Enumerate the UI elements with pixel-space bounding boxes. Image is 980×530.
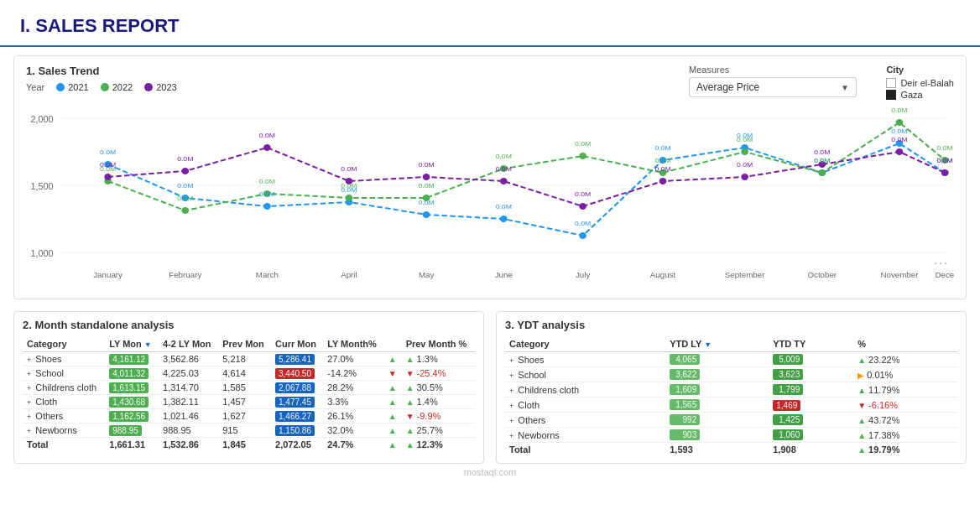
prev-mon-cell: 1,627 <box>218 409 271 423</box>
ytd-category-name: Newborns <box>518 430 560 440</box>
svg-text:February: February <box>169 271 201 279</box>
expand-icon[interactable]: + <box>509 402 513 410</box>
expand-icon[interactable]: + <box>509 387 513 395</box>
ytd-pct-cell: ▶ 0.01% <box>853 367 957 382</box>
table-row: + Others 992 1,425 ▲ 43.72% <box>505 413 957 428</box>
ytd-col-ly: YTD LY ▼ <box>665 336 769 352</box>
svg-text:0.0M: 0.0M <box>654 164 670 173</box>
category-name: Newborns <box>35 425 77 435</box>
arrow1-cell: ▲ <box>384 409 402 423</box>
arrow1-cell: ▲ <box>384 395 402 409</box>
ytd-ly-value: 1,565 <box>670 399 700 410</box>
ytd-ty-cell: 1,469 <box>769 398 853 413</box>
svg-text:1,000: 1,000 <box>30 249 53 258</box>
more-options-button[interactable]: ... <box>934 253 949 267</box>
svg-text:June: June <box>495 271 513 279</box>
ly-mon2-cell: 3,562.86 <box>159 352 218 366</box>
legend-2022: 2022 <box>101 82 133 92</box>
ytd-pct-cell: ▲ 23.22% <box>853 352 957 367</box>
prev-month-pct-cell: ▼ -25.4% <box>402 366 475 381</box>
svg-text:1,500: 1,500 <box>30 182 53 191</box>
expand-icon[interactable]: + <box>27 370 31 378</box>
ytd-ty-cell: 5,009 <box>769 352 853 367</box>
ytd-ty-value: 1,908 <box>773 444 796 455</box>
ytd-category-name: Shoes <box>518 355 544 365</box>
ly-month-pct-cell: 27.0% <box>323 352 383 366</box>
svg-point-20 <box>263 203 271 210</box>
svg-text:0.0M: 0.0M <box>937 143 953 152</box>
sales-trend-section: 1. Sales Trend Year 2021 2022 2023 Measu… <box>13 55 967 299</box>
year-label: Year <box>26 82 44 92</box>
expand-icon[interactable]: + <box>27 413 31 421</box>
expand-icon[interactable]: + <box>27 356 31 364</box>
prev-month-pct-value: 25.7% <box>417 425 443 435</box>
svg-text:November: November <box>880 271 918 279</box>
svg-text:0.0M: 0.0M <box>814 148 830 156</box>
table-row: + Childrens cloth 1,613.15 1,314.70 1,58… <box>23 381 475 395</box>
expand-icon[interactable]: + <box>27 427 31 435</box>
expand-icon[interactable]: + <box>509 432 513 440</box>
ytd-ly-cell: 1,609 <box>665 382 769 398</box>
arrow-up-icon: ▲ <box>858 431 866 440</box>
ytd-category-name: Total <box>509 444 530 455</box>
city-item-deir: Deir el-Balah <box>886 78 954 88</box>
ly-mon-value: 4,161.12 <box>109 354 149 365</box>
ytd-category-name: Others <box>518 415 545 425</box>
chevron-down-icon: ▼ <box>841 83 849 92</box>
prev-mon-cell: 1,845 <box>218 438 271 452</box>
curr-mon-value: 1,150.86 <box>275 425 315 436</box>
prev-month-pct-cell: ▼ -9.9% <box>402 409 475 423</box>
svg-text:0.0M: 0.0M <box>177 154 193 163</box>
ytd-pct-cell: ▲ 19.79% <box>853 443 957 457</box>
ytd-ty-cell: 3,623 <box>769 367 853 382</box>
col-ly-month-pct: LY Month% <box>323 336 383 352</box>
svg-point-42 <box>104 174 112 180</box>
category-name: Shoes <box>35 354 61 364</box>
svg-point-46 <box>423 174 430 180</box>
expand-icon[interactable]: + <box>509 417 513 425</box>
category-name: Childrens cloth <box>35 382 96 392</box>
ytd-ty-value: 1,060 <box>773 429 803 440</box>
arrow-up-icon: ▲ <box>388 398 397 407</box>
table-row: Total 1,661.31 1,532.86 1,845 2,072.05 2… <box>23 438 475 452</box>
curr-mon-cell: 1,466.27 <box>271 409 323 423</box>
svg-text:0.0M: 0.0M <box>654 156 670 164</box>
ytd-category-name: Cloth <box>518 400 540 410</box>
svg-text:0.0M: 0.0M <box>259 190 275 198</box>
svg-text:0.0M: 0.0M <box>575 190 591 198</box>
ytd-ly-cell: 903 <box>665 428 769 443</box>
ytd-ly-value: 903 <box>670 429 700 440</box>
expand-icon[interactable]: + <box>509 356 513 365</box>
prev-month-pct-value: 1.3% <box>417 354 438 364</box>
cat-cell: + Newborns <box>23 423 105 438</box>
arrow-up-icon: ▲ <box>388 355 397 364</box>
ly-month-pct-cell: 24.7% <box>323 438 383 452</box>
ytd-ly-cell: 4,065 <box>665 352 769 367</box>
arrow1-cell: ▲ <box>384 423 402 438</box>
curr-mon-cell: 1,477.45 <box>271 395 323 409</box>
cat-cell: + School <box>23 366 105 381</box>
ytd-cat-cell: Total <box>505 443 665 457</box>
ytd-category-name: Childrens cloth <box>518 385 579 395</box>
expand-icon[interactable]: + <box>27 398 31 407</box>
expand-icon[interactable]: + <box>27 384 31 392</box>
arrow-up-icon: ▲ <box>388 426 397 435</box>
svg-point-44 <box>263 144 271 151</box>
ytd-ty-value: 1,799 <box>773 384 803 395</box>
svg-point-33 <box>346 195 353 201</box>
svg-point-49 <box>659 178 667 184</box>
ytd-cat-cell: + Newborns <box>505 428 665 443</box>
svg-text:0.0M: 0.0M <box>418 160 434 169</box>
prev-mon-cell: 1,457 <box>218 395 271 409</box>
ly-mon2-cell: 1,382.11 <box>159 395 218 409</box>
expand-icon[interactable]: + <box>509 372 513 380</box>
ytd-ty-value: 5,009 <box>773 354 803 365</box>
arrow-up-icon: ▲ <box>858 356 866 365</box>
col-prev-month-pct: Prev Month % <box>402 336 475 352</box>
ytd-pct-value: 17.38% <box>868 430 899 440</box>
svg-text:0.0M: 0.0M <box>737 135 753 143</box>
curr-mon-cell: 1,150.86 <box>271 423 323 438</box>
measures-selected: Average Price <box>696 81 759 93</box>
svg-text:December: December <box>936 271 954 279</box>
measures-dropdown[interactable]: Average Price ▼ <box>689 77 857 97</box>
